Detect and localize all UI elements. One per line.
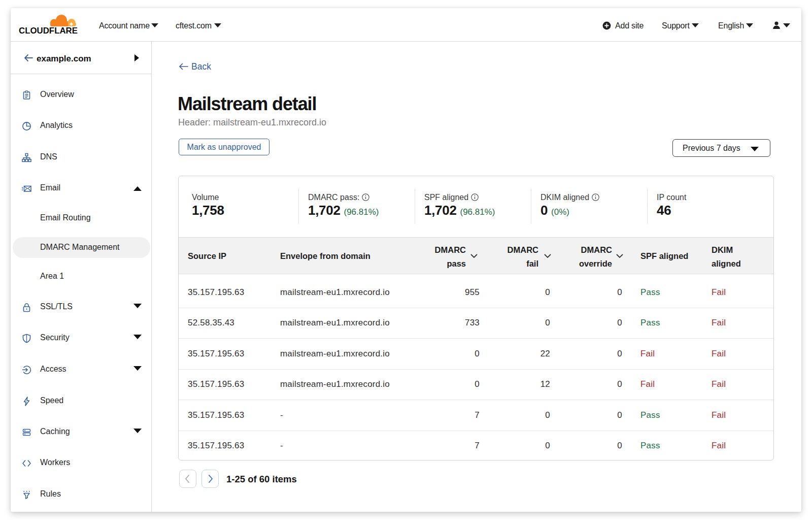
svg-text:CLOUDFLARE: CLOUDFLARE bbox=[19, 26, 78, 36]
